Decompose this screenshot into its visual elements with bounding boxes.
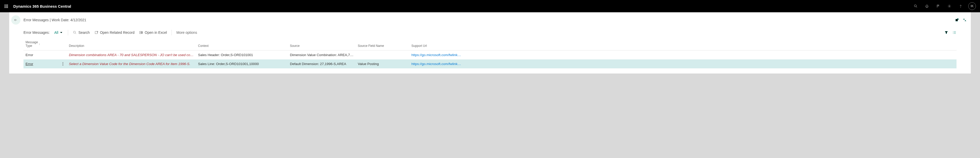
flag-icon[interactable] [932,0,944,12]
col-header-type[interactable]: MessageType↑ [24,37,59,50]
row-actions-menu-icon[interactable] [61,62,64,66]
page-title: Error Messages | Work Date: 4/12/2021 [24,18,86,22]
context-cell: Sales Header: Order,S-ORD101001 [196,50,288,60]
command-bar: Error Messages: All Search Open Related … [9,27,971,37]
message-type-cell: Error [25,62,33,66]
description-cell: Select a Dimension Value Code for the Di… [69,62,194,66]
global-top-bar: Dynamics 365 Business Central IK [0,0,980,12]
message-type-cell: Error [25,53,33,57]
page-header: Error Messages | Work Date: 4/12/2021 [9,12,971,27]
context-cell: Sales Line: Order,S-ORD101001,10000 [196,60,288,68]
table-row[interactable]: ErrorSelect a Dimension Value Code for t… [24,60,956,68]
svg-rect-12 [95,31,97,34]
svg-line-1 [916,6,917,8]
open-related-label: Open Related Record [100,31,135,35]
source-field-cell [356,50,409,60]
settings-gear-icon[interactable] [944,0,955,12]
error-messages-table: MessageType↑ Description Context Source … [24,37,956,68]
list-label: Error Messages: [24,31,50,35]
search-action[interactable]: Search [73,31,89,35]
app-launcher-icon[interactable] [2,2,10,10]
page-card: Error Messages | Work Date: 4/12/2021 Er… [9,12,971,74]
source-field-cell: Value Posting [356,60,409,68]
sort-asc-icon: ↑ [39,43,40,45]
support-url-link[interactable]: https://go.microsoft.com/fwlink… [411,62,463,66]
col-header-field[interactable]: Source Field Name [356,37,409,50]
collapse-icon[interactable] [963,18,967,22]
help-icon[interactable] [955,0,966,12]
svg-rect-18 [142,32,143,32]
view-selector-label: All [54,31,59,35]
svg-rect-6 [956,19,958,21]
svg-marker-21 [945,31,948,34]
user-avatar[interactable]: IK [968,2,976,10]
col-header-description[interactable]: Description [67,37,196,50]
col-header-url[interactable]: Support Url [409,37,956,50]
notifications-icon[interactable] [921,0,932,12]
filter-icon[interactable] [944,31,948,35]
support-url-link[interactable]: https://go.microsoft.com/fwlink… [411,53,463,57]
svg-point-10 [73,31,76,33]
list-view-icon[interactable] [953,31,956,35]
source-cell: Default Dimension: 27,1996-S,AREA [290,62,354,66]
svg-point-27 [953,34,953,34]
svg-rect-20 [142,33,143,34]
more-options[interactable]: More options [177,31,197,35]
search-action-label: Search [78,31,89,35]
col-header-context[interactable]: Context [196,37,288,50]
search-icon[interactable] [910,0,921,12]
source-cell: Dimension Value Combination: AREA,70,SAL… [290,53,354,57]
popout-icon[interactable] [955,18,959,22]
svg-point-0 [915,5,916,7]
open-excel-label: Open in Excel [145,31,167,35]
view-selector[interactable]: All [54,31,64,35]
open-related-action[interactable]: Open Related Record [94,31,135,35]
back-button[interactable] [11,15,21,24]
svg-line-11 [75,33,76,34]
product-name: Dynamics 365 Business Central [13,4,71,8]
col-header-source[interactable]: Source [288,37,356,50]
description-cell: Dimension combinations AREA - 70 and SAL… [69,53,194,57]
svg-rect-19 [142,32,143,33]
svg-point-3 [949,6,950,6]
svg-point-26 [953,32,953,33]
separator [68,30,68,35]
open-excel-action[interactable]: Open in Excel [139,31,167,35]
table-row[interactable]: ErrorDimension combinations AREA - 70 an… [24,50,956,60]
